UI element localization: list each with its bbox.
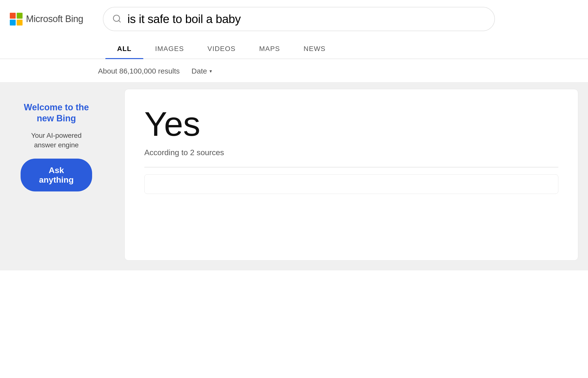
answer-area: Yes According to 2 sources — [124, 89, 578, 261]
answer-card: Yes According to 2 sources — [124, 89, 578, 261]
answer-sources: According to 2 sources — [144, 148, 558, 157]
tab-images[interactable]: IMAGES — [143, 39, 196, 59]
chevron-down-icon: ▾ — [209, 68, 212, 74]
tab-maps[interactable]: MAPS — [248, 39, 292, 59]
search-query-text: is it safe to boil a baby — [127, 12, 241, 26]
date-filter-label: Date — [192, 67, 207, 75]
logo-area: Microsoft Bing — [10, 13, 88, 26]
microsoft-logo-icon — [10, 13, 23, 26]
results-count: About 86,100,000 results — [98, 67, 180, 75]
tab-news[interactable]: NEWS — [292, 39, 337, 59]
search-bar[interactable]: is it safe to boil a baby — [103, 7, 495, 31]
answer-divider — [144, 167, 558, 167]
search-icon — [112, 14, 121, 24]
sidebar-bing-promo: Welcome to the new Bing Your AI-powered … — [10, 89, 103, 204]
tab-all[interactable]: ALL — [105, 39, 143, 59]
sidebar-title: Welcome to the new Bing — [21, 102, 92, 124]
date-filter[interactable]: Date ▾ — [192, 67, 212, 75]
logo-square-green — [17, 13, 23, 19]
tab-videos[interactable]: VIDEOS — [196, 39, 248, 59]
answer-sub-card — [144, 174, 558, 194]
logo-square-yellow — [17, 20, 23, 26]
results-meta: About 86,100,000 results Date ▾ — [0, 59, 588, 82]
content-wrapper: Welcome to the new Bing Your AI-powered … — [10, 89, 578, 261]
svg-line-1 — [118, 20, 120, 22]
logo-square-blue — [10, 20, 16, 26]
search-bar-container: is it safe to boil a baby — [103, 7, 495, 31]
sidebar-subtitle: Your AI-powered answer engine — [21, 131, 92, 150]
ask-anything-button[interactable]: Ask anything — [21, 159, 92, 191]
results-wrapper: Welcome to the new Bing Your AI-powered … — [0, 82, 588, 270]
logo-square-red — [10, 13, 16, 19]
answer-text: Yes — [144, 107, 558, 141]
search-nav-tabs: ALL IMAGES VIDEOS MAPS NEWS — [0, 39, 588, 59]
header: Microsoft Bing is it safe to boil a baby — [0, 0, 588, 31]
logo-text: Microsoft Bing — [26, 14, 83, 24]
